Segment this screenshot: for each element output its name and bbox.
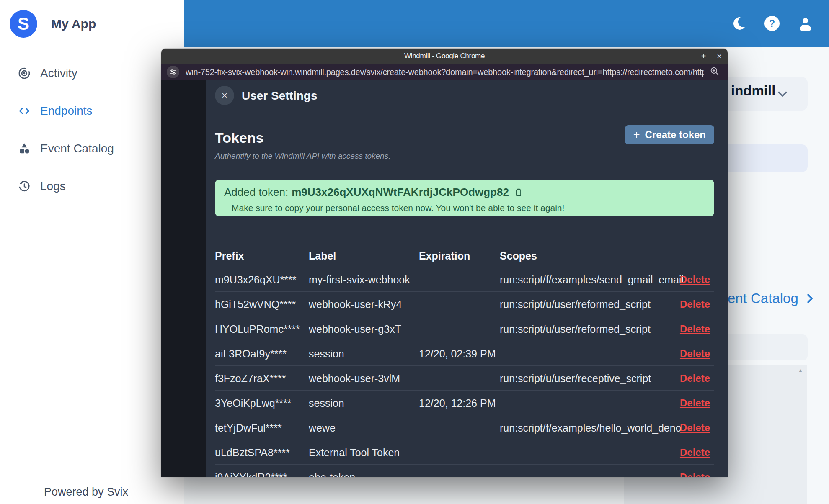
token-label: ebe-token [309, 471, 355, 477]
token-table-row: 3YeOiKpLwq**** session 12/20, 12:26 PM D… [215, 390, 714, 415]
token-table-row: f3FzoZ7raX**** webhook-user-3vlM run:scr… [215, 365, 714, 390]
token-label: External Tool Token [309, 447, 400, 459]
modal-header: × User Settings [206, 80, 728, 111]
plus-icon: + [633, 129, 640, 141]
delete-token-link[interactable]: Delete [680, 373, 710, 384]
sidebar-item-event-catalog[interactable]: Event Catalog [0, 130, 184, 167]
token-label: session [309, 397, 344, 409]
create-token-button[interactable]: + Create token [625, 125, 714, 144]
token-table-row: tetYjDwFul**** wewe run:script/f/example… [215, 415, 714, 440]
sidebar-item-label: Event Catalog [40, 142, 114, 155]
token-prefix: tetYjDwFul**** [215, 422, 282, 434]
token-table-row: hGiT52wVNQ**** webhook-user-kRy4 run:scr… [215, 291, 714, 316]
user-settings-modal: × User Settings Tokens + Create token Au… [206, 80, 728, 477]
close-icon[interactable]: × [215, 86, 234, 105]
create-token-label: Create token [645, 129, 706, 141]
token-scopes: run:script/u/user/receptive_script [500, 373, 651, 385]
delete-token-link[interactable]: Delete [680, 397, 710, 409]
section-divider [215, 148, 714, 148]
tokens-subtitle: Authentify to the Windmill API with acce… [215, 152, 390, 161]
token-expiration: 12/20, 12:26 PM [419, 397, 496, 409]
chevron-down-icon [775, 87, 790, 103]
scroll-up-arrow-icon[interactable]: ▲ [798, 368, 803, 373]
column-expiration: Expiration [419, 250, 470, 262]
sidebar-header: S My App [0, 0, 184, 48]
sidebar-item-logs[interactable]: Logs [0, 167, 184, 205]
window-titlebar[interactable]: Windmill - Google Chrome – + × [161, 49, 728, 64]
token-scopes: run:script/u/user/reformed_script [500, 298, 651, 311]
token-table-row: i9AiXYkdR2**** ebe-token Delete [215, 464, 714, 477]
screen: ? indmill ent Catalog ▲ S My App [0, 0, 829, 504]
column-scopes: Scopes [500, 250, 537, 262]
column-prefix: Prefix [215, 250, 244, 262]
token-prefix: hGiT52wVNQ**** [215, 298, 296, 311]
powered-by-svix: Powered by Svix [44, 486, 128, 499]
delete-token-link[interactable]: Delete [680, 471, 710, 477]
tokens-section-title: Tokens [215, 130, 264, 146]
token-label: my-first-svix-webhook [309, 274, 410, 286]
activity-gauge-icon [18, 67, 31, 80]
zoom-magnifier-icon[interactable] [709, 66, 720, 78]
minimize-button[interactable]: – [686, 52, 690, 60]
svix-logo-icon: S [10, 10, 37, 38]
delete-token-link[interactable]: Delete [680, 298, 710, 310]
event-catalog-link[interactable]: ent Catalog [728, 291, 816, 306]
code-brackets-icon [18, 104, 31, 118]
token-value: m9U3x26qXUXqNWtFAKrdjJCkPOdwgp82 [292, 186, 509, 199]
workspace-name[interactable]: indmill [731, 83, 775, 99]
dark-mode-moon-icon[interactable] [733, 17, 746, 30]
modal-title: User Settings [242, 80, 318, 111]
delete-token-link[interactable]: Delete [680, 348, 710, 360]
app-title: My App [51, 17, 96, 31]
token-prefix: i9AiXYkdR2**** [215, 471, 287, 477]
sidebar-item-activity[interactable]: Activity [0, 54, 184, 92]
token-label: session [309, 348, 344, 360]
site-settings-icon[interactable] [167, 66, 179, 78]
app-header-icons: ? [733, 0, 812, 47]
copy-clipboard-icon[interactable] [514, 188, 523, 198]
app-top-bar [184, 0, 829, 47]
maximize-button[interactable]: + [701, 52, 706, 60]
token-label: webhook-user-g3xT [309, 323, 401, 335]
url-bar[interactable]: win-752-fix-svix-webhook-win.windmill.pa… [161, 64, 728, 80]
token-scopes: run:script/u/user/reformed_script [500, 323, 651, 335]
user-head [803, 18, 808, 23]
token-prefix: aiL3ROat9y**** [215, 348, 287, 360]
token-expiration: 12/20, 02:39 PM [419, 348, 496, 360]
added-token-alert: Added token: m9U3x26qXUXqNWtFAKrdjJCkPOd… [215, 180, 714, 216]
token-scopes: run:script/f/examples/send_gmail_email [500, 274, 684, 286]
clock-history-icon [18, 180, 31, 193]
token-label: webhook-user-kRy4 [309, 298, 402, 311]
token-table-row: m9U3x26qXU**** my-first-svix-webhook run… [215, 267, 714, 291]
delete-token-link[interactable]: Delete [680, 422, 710, 434]
sidebar-item-label: Activity [40, 67, 77, 80]
delete-token-link[interactable]: Delete [680, 274, 710, 285]
token-label: webhook-user-3vlM [309, 373, 400, 385]
token-prefix: uLdBztSPA8**** [215, 447, 290, 459]
token-table-row: HYOLuPRomc**** webhook-user-g3xT run:scr… [215, 316, 714, 341]
user-avatar-icon[interactable] [798, 16, 812, 31]
help-icon[interactable]: ? [764, 16, 780, 31]
token-copy-warning: Make sure to copy your personal access t… [232, 203, 714, 213]
delete-token-link[interactable]: Delete [680, 447, 710, 458]
delete-token-link[interactable]: Delete [680, 323, 710, 335]
token-scopes: run:script/f/examples/hello_world_deno [500, 422, 682, 434]
token-table-row: aiL3ROat9y**** session 12/20, 02:39 PM D… [215, 341, 714, 365]
token-prefix: HYOLuPRomc**** [215, 323, 300, 335]
page-dim-overlay: × User Settings Tokens + Create token Au… [161, 80, 728, 477]
added-token-label: Added token: [224, 186, 288, 199]
sidebar-item-label: Logs [40, 180, 66, 193]
window-controls: – + × [686, 49, 722, 64]
user-torso [800, 25, 811, 31]
tokens-table-header: Prefix Label Expiration Scopes [215, 245, 714, 267]
chevron-right-icon [803, 292, 816, 305]
close-window-button[interactable]: × [717, 52, 722, 60]
token-prefix: f3FzoZ7raX**** [215, 373, 286, 385]
sidebar-item-label: Endpoints [40, 104, 93, 118]
chrome-window: Windmill - Google Chrome – + × win-752-f… [161, 49, 728, 477]
url-text[interactable]: win-752-fix-svix-webhook-win.windmill.pa… [186, 67, 704, 77]
column-label: Label [309, 250, 336, 262]
tokens-table: m9U3x26qXU**** my-first-svix-webhook run… [215, 267, 714, 477]
token-prefix: 3YeOiKpLwq**** [215, 397, 292, 409]
sidebar-item-endpoints[interactable]: Endpoints [0, 92, 184, 130]
